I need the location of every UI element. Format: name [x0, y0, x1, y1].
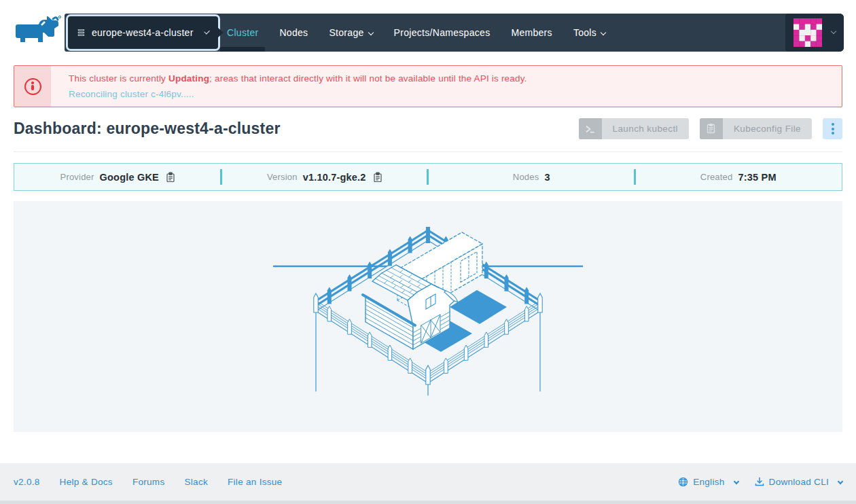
launch-kubectl-button[interactable]: Launch kubectl: [579, 118, 689, 139]
nav-item-nodes[interactable]: Nodes: [279, 27, 308, 38]
cluster-stack-icon: [77, 27, 85, 38]
alert-message: This cluster is currently Updating; area…: [69, 73, 527, 84]
info-cell-version: Version v1.10.7-gke.2: [221, 164, 429, 190]
page-title: Dashboard: europe-west4-a-cluster: [14, 120, 281, 138]
dashboard-panel: [14, 201, 842, 432]
cluster-updating-alert: This cluster is currently Updating; area…: [14, 65, 842, 107]
alert-body: This cluster is currently Updating; area…: [51, 66, 534, 107]
info-label: Provider: [60, 172, 94, 182]
footer-slack-link[interactable]: Slack: [184, 477, 208, 487]
main-navigation: Cluster Nodes Storage Projects/Namespace…: [227, 14, 605, 52]
alert-reconciling-link[interactable]: Reconciling cluster c-4l6pv.....: [69, 89, 527, 99]
chevron-down-icon: [838, 478, 843, 484]
language-selector[interactable]: English: [678, 477, 738, 487]
info-value: Google GKE: [100, 172, 159, 183]
footer-version-link[interactable]: v2.0.8: [14, 477, 40, 487]
download-cli-menu[interactable]: Download CLI: [755, 477, 842, 487]
nav-item-cluster[interactable]: Cluster: [227, 27, 258, 38]
info-cell-provider: Provider Google GKE: [14, 164, 221, 190]
info-label: Version: [267, 172, 298, 182]
download-icon: [755, 477, 764, 487]
kubeconfig-file-button[interactable]: Kubeconfig File: [700, 118, 812, 139]
nav-item-label: Tools: [573, 27, 596, 38]
footer-file-issue-link[interactable]: File an Issue: [228, 477, 282, 487]
more-actions-button[interactable]: [823, 118, 842, 139]
rancher-logo[interactable]: [11, 14, 63, 51]
chevron-down-icon: [204, 29, 210, 35]
chevron-down-icon: [733, 478, 738, 484]
footer-bottom-edge: [0, 501, 856, 504]
nav-item-members[interactable]: Members: [511, 27, 552, 38]
footer-links: v2.0.8 Help & Docs Forums Slack File an …: [14, 463, 282, 501]
cluster-selector-label: europe-west4-a-cluster: [92, 27, 194, 38]
download-cli-label: Download CLI: [769, 477, 829, 487]
file-icon: [700, 118, 723, 139]
language-label: English: [693, 477, 724, 487]
footer-forums-link[interactable]: Forums: [132, 477, 165, 487]
nav-item-storage[interactable]: Storage: [329, 27, 372, 38]
info-value: v1.10.7-gke.2: [303, 172, 366, 183]
header-divider: [14, 151, 842, 152]
kubeconfig-file-label: Kubeconfig File: [723, 118, 812, 139]
nav-item-projects-namespaces[interactable]: Projects/Namespaces: [394, 27, 491, 38]
user-menu[interactable]: [785, 14, 844, 52]
info-cell-nodes: Nodes 3: [428, 164, 635, 190]
farm-illustration: [265, 227, 591, 431]
alert-icon-strip: [14, 66, 51, 107]
alert-message-post: ; areas that interact directly with it w…: [209, 73, 527, 84]
copy-icon[interactable]: [166, 172, 175, 183]
info-icon: [24, 78, 41, 95]
launch-kubectl-label: Launch kubectl: [602, 118, 689, 139]
chevron-down-icon: [601, 30, 606, 35]
info-value: 3: [544, 172, 550, 183]
cluster-selector-dropdown[interactable]: europe-west4-a-cluster: [68, 16, 218, 49]
globe-icon: [678, 477, 688, 487]
info-label: Created: [700, 172, 733, 182]
footer-controls: English Download CLI: [678, 463, 842, 501]
copy-icon[interactable]: [373, 172, 382, 183]
footer: v2.0.8 Help & Docs Forums Slack File an …: [0, 463, 856, 504]
header-actions: Launch kubectl Kubeconfig File: [579, 118, 842, 139]
alert-message-pre: This cluster is currently: [69, 73, 168, 84]
chevron-down-icon: [831, 29, 836, 34]
cluster-info-bar: Provider Google GKE Version v1.10.7-gke.…: [14, 163, 842, 191]
footer-help-docs-link[interactable]: Help & Docs: [60, 477, 113, 487]
alert-status: Updating: [168, 73, 209, 84]
info-value: 7:35 PM: [738, 172, 776, 183]
nav-item-label: Storage: [329, 27, 363, 38]
info-label: Nodes: [513, 172, 539, 182]
chevron-down-icon: [368, 30, 373, 35]
terminal-icon: [579, 118, 602, 139]
info-cell-created: Created 7:35 PM: [635, 164, 842, 190]
user-avatar: [793, 18, 822, 47]
nav-item-tools[interactable]: Tools: [573, 27, 605, 38]
